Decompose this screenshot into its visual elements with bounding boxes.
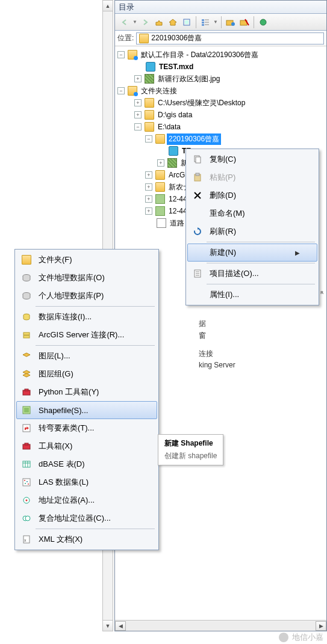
tree-item[interactable]: + 新疆行政区划图.jpg: [117, 73, 326, 85]
tree-label: 220190306曾嘉: [167, 133, 221, 145]
document-icon: [157, 218, 166, 228]
expander-none: [134, 63, 143, 70]
disconnect-folder-button[interactable]: [238, 16, 251, 28]
toggle-button[interactable]: [181, 16, 193, 28]
svg-rect-35: [23, 461, 30, 467]
catalog-h-scrollbar[interactable]: ◀ ▶: [115, 620, 326, 631]
tree-item[interactable]: + D:\gis data: [117, 109, 326, 121]
expander-plus-icon[interactable]: +: [145, 183, 152, 191]
expander-none: [157, 147, 166, 155]
location-field[interactable]: 220190306曾嘉: [136, 32, 324, 44]
menu-item-description[interactable]: 项目描述(O)...: [187, 265, 317, 283]
menu-label: 项目描述(O)...: [210, 268, 259, 279]
view-menu-button[interactable]: [199, 16, 211, 28]
peek-text: 据: [199, 319, 206, 329]
menu-new-turn-featureclass[interactable]: 转弯要素类(T)...: [16, 419, 157, 437]
menu-new-fgdb[interactable]: 文件地理数据库(O): [16, 269, 157, 287]
menu-new[interactable]: 新建(N) ▶: [187, 244, 317, 262]
expander-plus-icon[interactable]: +: [134, 75, 142, 82]
scroll-up-button[interactable]: ▲: [103, 1, 113, 11]
db-connection-icon: [20, 311, 33, 323]
menu-new-ags-connection[interactable]: ArcGIS Server 连接(R)...: [16, 326, 157, 344]
context-menu: 复制(C) 粘贴(P) 删除(D) 重命名(M) 刷新(R) 新建(N) ▶ 项…: [185, 149, 319, 305]
menu-new-python-toolbox[interactable]: Python 工具箱(Y): [16, 383, 157, 401]
tree-item[interactable]: − E:\data: [117, 121, 326, 133]
menu-new-shapefile[interactable]: Shapefile(S)...: [16, 401, 157, 419]
menu-properties[interactable]: 属性(I)...: [187, 286, 317, 304]
tree-item-selected[interactable]: − 220190306曾嘉: [117, 133, 326, 145]
tree-item[interactable]: TEST.mxd: [117, 61, 326, 73]
personal-gdb-icon: [20, 290, 33, 302]
menu-copy[interactable]: 复制(C): [187, 150, 317, 168]
connect-folder-button[interactable]: [225, 16, 237, 28]
svg-rect-14: [196, 157, 201, 163]
menu-new-group-layer[interactable]: 图层组(G): [16, 365, 157, 383]
menu-paste[interactable]: 粘贴(P): [187, 168, 317, 186]
menu-delete[interactable]: 删除(D): [187, 186, 317, 204]
menu-label: 工具箱(X): [39, 441, 72, 452]
dbase-icon: [20, 458, 33, 470]
menu-separator: [36, 345, 155, 346]
home-button[interactable]: [167, 16, 179, 28]
delete-icon: [192, 189, 204, 201]
toolbar-separator: [196, 16, 196, 28]
expander-minus-icon[interactable]: −: [134, 123, 142, 130]
expander-minus-icon[interactable]: −: [117, 87, 125, 94]
menu-new-toolbox[interactable]: 工具箱(X): [16, 437, 157, 455]
dropdown-icon[interactable]: ▼: [213, 19, 218, 25]
scroll-right-button[interactable]: ▶: [316, 621, 326, 631]
expander-plus-icon[interactable]: +: [145, 171, 152, 179]
home-folder-icon: [128, 50, 137, 60]
gis-server-button[interactable]: [257, 16, 269, 28]
menu-new-xml[interactable]: x XML 文档(X): [16, 530, 157, 548]
scroll-left-button[interactable]: ◀: [115, 621, 126, 631]
expander-minus-icon[interactable]: −: [117, 51, 125, 58]
expander-plus-icon[interactable]: +: [134, 111, 142, 118]
menu-new-las-dataset[interactable]: LAS 数据集(L): [16, 473, 157, 491]
expander-plus-icon[interactable]: +: [145, 207, 152, 215]
peek-text: 连接: [199, 349, 213, 359]
menu-new-folder[interactable]: 文件夹(F): [16, 251, 157, 269]
menu-rename[interactable]: 重命名(M): [187, 204, 317, 222]
menu-new-layer[interactable]: 图层(L)...: [16, 347, 157, 365]
svg-point-41: [26, 481, 28, 482]
svg-rect-16: [196, 173, 199, 176]
svg-text:x: x: [24, 538, 26, 542]
nav-back-button[interactable]: [119, 16, 131, 28]
menu-new-composite-locator[interactable]: 复合地址定位器(C)...: [16, 509, 157, 527]
svg-rect-3: [202, 22, 204, 23]
scroll-down-button[interactable]: ▼: [103, 620, 113, 631]
expander-plus-icon[interactable]: +: [134, 99, 142, 106]
svg-rect-29: [25, 389, 28, 391]
expander-plus-icon[interactable]: +: [145, 195, 152, 203]
location-label: 位置:: [117, 33, 134, 43]
expander-plus-icon[interactable]: +: [157, 159, 164, 167]
location-bar: 位置: 220190306曾嘉: [115, 31, 326, 46]
menu-label: 图层(L)...: [39, 351, 70, 361]
scroll-track[interactable]: [126, 621, 316, 631]
menu-refresh[interactable]: 刷新(R): [187, 222, 317, 241]
folder-icon: [145, 122, 154, 132]
new-submenu: 文件夹(F) 文件地理数据库(O) 个人地理数据库(P) 数据库连接(I)...…: [14, 249, 159, 550]
layer-icon: [20, 350, 33, 362]
tree-folder-connections[interactable]: − 文件夹连接: [117, 85, 326, 97]
menu-label: 文件地理数据库(O): [39, 272, 105, 283]
menu-new-dbconn[interactable]: 数据库连接(I)...: [16, 308, 157, 326]
svg-point-12: [260, 19, 266, 25]
tree-item[interactable]: + C:\Users\慢陳空灵\Desktop: [117, 97, 326, 109]
nav-forward-button[interactable]: [139, 16, 151, 28]
dropdown-icon[interactable]: ▼: [132, 19, 137, 25]
menu-new-address-locator[interactable]: 地址定位器(A)...: [16, 491, 157, 509]
description-icon: [192, 268, 204, 280]
tooltip-title: 新建 Shapefile: [164, 438, 217, 449]
menu-new-pgdb[interactable]: 个人地理数据库(P): [16, 287, 157, 305]
copy-icon: [192, 153, 204, 165]
folder-icon: [145, 110, 154, 120]
up-level-button[interactable]: [153, 16, 165, 28]
expander-minus-icon[interactable]: −: [145, 135, 152, 143]
shapefile-icon: [20, 404, 33, 416]
menu-new-dbase-table[interactable]: dBASE 表(D): [16, 455, 157, 473]
svg-rect-2: [202, 19, 204, 21]
file-gdb-icon: [20, 272, 33, 284]
tree-root[interactable]: − 默认工作目录 - Data\220190306曾嘉: [117, 49, 326, 61]
